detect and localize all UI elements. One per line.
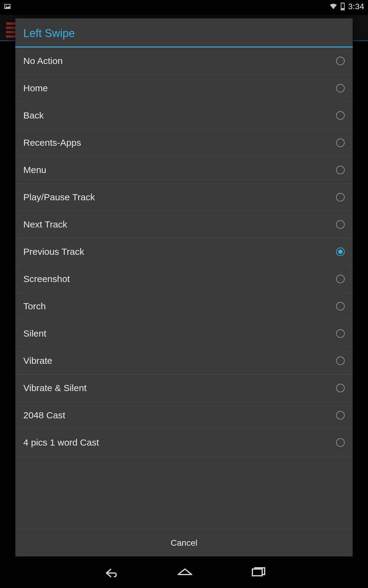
back-nav-icon[interactable] xyxy=(100,567,120,579)
option-label: Home xyxy=(23,83,48,93)
radio-icon[interactable] xyxy=(336,275,345,283)
radio-icon[interactable] xyxy=(336,329,345,338)
home-nav-icon[interactable] xyxy=(175,567,195,579)
option-label: Play/Pause Track xyxy=(23,192,95,202)
option-row[interactable]: Menu xyxy=(15,156,353,184)
radio-icon[interactable] xyxy=(336,438,345,447)
radio-icon[interactable] xyxy=(336,57,345,65)
option-label: Vibrate xyxy=(23,356,52,366)
radio-icon[interactable] xyxy=(336,84,345,92)
option-row[interactable]: Play/Pause Track xyxy=(15,184,353,211)
recents-nav-icon[interactable] xyxy=(250,567,268,579)
option-row[interactable]: Next Track xyxy=(15,211,353,238)
option-row[interactable]: Back xyxy=(15,102,353,129)
option-label: Silent xyxy=(23,328,46,339)
option-row[interactable]: Recents-Apps xyxy=(15,129,353,156)
svg-rect-5 xyxy=(252,569,262,576)
option-label: 4 pics 1 word Cast xyxy=(23,437,99,448)
option-label: Recents-Apps xyxy=(23,138,81,148)
dialog: Left Swipe No ActionHomeBackRecents-Apps… xyxy=(15,18,353,556)
screen: 3:34 Left Swipe No ActionHomeBackRecents… xyxy=(0,0,368,588)
radio-icon[interactable] xyxy=(336,138,345,147)
option-label: 2048 Cast xyxy=(23,410,65,420)
option-row[interactable]: Torch xyxy=(15,293,353,320)
option-row[interactable]: Vibrate xyxy=(15,347,353,375)
option-label: Torch xyxy=(23,301,46,311)
option-row[interactable]: No Action xyxy=(15,47,353,75)
radio-icon[interactable] xyxy=(336,302,345,311)
nav-bar xyxy=(0,558,368,588)
option-label: Vibrate & Silent xyxy=(23,383,86,393)
svg-point-1 xyxy=(6,6,7,6)
radio-icon[interactable] xyxy=(336,384,345,392)
option-label: No Action xyxy=(23,56,63,66)
status-time: 3:34 xyxy=(348,2,364,11)
status-right: 3:34 xyxy=(329,2,364,11)
radio-icon[interactable] xyxy=(336,356,345,365)
status-bar: 3:34 xyxy=(0,0,368,13)
radio-icon[interactable] xyxy=(336,111,345,120)
option-row[interactable]: 2048 Cast xyxy=(15,402,353,429)
wifi-icon xyxy=(329,3,337,10)
option-row[interactable]: Screenshot xyxy=(15,266,353,293)
radio-icon[interactable] xyxy=(336,247,345,256)
option-row[interactable]: Home xyxy=(15,75,353,102)
option-label: Previous Track xyxy=(23,247,84,257)
radio-icon[interactable] xyxy=(336,193,345,202)
dialog-footer: Cancel xyxy=(15,529,353,556)
option-label: Back xyxy=(23,110,44,121)
option-row[interactable]: Previous Track xyxy=(15,238,353,266)
option-row[interactable]: 4 pics 1 word Cast xyxy=(15,429,353,456)
option-row[interactable]: Silent xyxy=(15,320,353,347)
svg-rect-4 xyxy=(342,8,344,9)
image-notification-icon xyxy=(4,3,11,10)
option-row[interactable]: Vibrate & Silent xyxy=(15,375,353,402)
radio-icon[interactable] xyxy=(336,411,345,420)
status-left xyxy=(4,3,11,10)
dialog-title: Left Swipe xyxy=(15,18,353,47)
options-list[interactable]: No ActionHomeBackRecents-AppsMenuPlay/Pa… xyxy=(15,47,353,529)
cancel-button[interactable]: Cancel xyxy=(15,530,353,556)
radio-icon[interactable] xyxy=(336,220,345,229)
option-label: Next Track xyxy=(23,219,67,230)
battery-icon xyxy=(340,2,345,10)
option-label: Screenshot xyxy=(23,274,70,284)
option-label: Menu xyxy=(23,165,46,175)
radio-icon[interactable] xyxy=(336,166,345,174)
